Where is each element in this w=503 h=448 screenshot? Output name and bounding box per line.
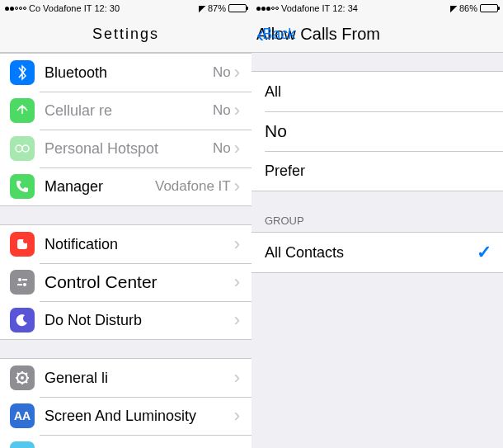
- chevron-right-icon: ›: [234, 64, 240, 82]
- settings-header: Settings: [0, 17, 252, 53]
- row-label: Personal Hotspot: [45, 140, 213, 158]
- group-all-contacts[interactable]: All Contacts ✓: [252, 233, 503, 272]
- bluetooth-icon: [10, 60, 35, 85]
- wallpaper-icon: [10, 441, 35, 448]
- dnd-icon: [10, 308, 35, 332]
- row-label: Cellular re: [45, 102, 213, 120]
- option-all[interactable]: All: [252, 72, 503, 111]
- group-label: All Contacts: [265, 244, 477, 262]
- chevron-right-icon: ›: [234, 445, 240, 448]
- cellular-row[interactable]: Cellular re No ›: [0, 92, 252, 130]
- svg-point-1: [22, 145, 29, 152]
- status-time: 12: 34: [332, 3, 358, 13]
- row-label: Notification: [45, 236, 234, 253]
- wallpaper-row[interactable]: Background ›: [0, 435, 252, 448]
- row-label: Background: [45, 446, 234, 449]
- back-label: Back: [262, 26, 295, 43]
- group-header: GROUP: [252, 191, 503, 232]
- chevron-right-icon: ›: [234, 139, 240, 158]
- option-label: No: [265, 121, 491, 141]
- chevron-right-icon: ›: [234, 177, 240, 196]
- phone-icon: [10, 174, 35, 199]
- checkmark-icon: ✓: [477, 242, 491, 263]
- row-label: General li: [45, 370, 234, 387]
- chevron-right-icon: ›: [234, 101, 240, 120]
- general-icon: [10, 365, 35, 390]
- chevron-right-icon: ›: [234, 369, 240, 387]
- row-value: No: [213, 140, 231, 157]
- svg-point-3: [23, 238, 28, 243]
- general-row[interactable]: General li ›: [0, 359, 252, 397]
- connectivity-section: Bluetooth No › Cellular re No › Personal…: [0, 53, 252, 206]
- svg-point-0: [16, 145, 22, 152]
- svg-point-6: [23, 283, 26, 286]
- chevron-right-icon: ›: [234, 311, 240, 329]
- option-label: Prefer: [265, 163, 491, 180]
- display-icon: AA: [10, 403, 35, 428]
- status-bar: Co Vodafone IT 12: 30 ◤ 87%: [0, 0, 252, 17]
- row-label: Manager: [45, 178, 155, 196]
- general-section: General li › AA Screen And Luminosity › …: [0, 358, 252, 448]
- dnd-row[interactable]: Do Not Disturb ›: [0, 301, 252, 339]
- bluetooth-row[interactable]: Bluetooth No ›: [0, 54, 252, 92]
- alerts-section: Notification › Control Center › Do Not D…: [0, 224, 252, 340]
- battery-percent: 87%: [208, 3, 226, 13]
- options-section: All No Prefer: [252, 71, 503, 191]
- display-row[interactable]: AA Screen And Luminosity ›: [0, 397, 252, 435]
- row-value: No: [213, 102, 231, 119]
- svg-rect-7: [17, 284, 22, 285]
- row-label: Control Center: [45, 272, 234, 292]
- svg-point-9: [21, 376, 24, 380]
- option-no[interactable]: No: [252, 111, 503, 151]
- row-value: No: [213, 64, 231, 81]
- battery-icon: [228, 4, 247, 12]
- settings-screen: Co Vodafone IT 12: 30 ◤ 87% Settings Blu…: [0, 0, 252, 448]
- row-label: Do Not Disturb: [45, 312, 234, 329]
- hotspot-icon: [10, 136, 35, 161]
- svg-rect-5: [22, 279, 27, 281]
- status-bar: Vodafone IT 12: 34 ◤ 86%: [252, 0, 503, 17]
- notifications-row[interactable]: Notification ›: [0, 225, 252, 263]
- battery-percent: 86%: [459, 3, 477, 13]
- option-label: All: [265, 83, 491, 101]
- row-value: Vodafone IT: [155, 178, 231, 195]
- row-label: Screen And Luminosity: [45, 408, 234, 425]
- back-button[interactable]: ‹ Back: [256, 23, 295, 46]
- chevron-right-icon: ›: [234, 273, 240, 291]
- carrier-label: Co Vodafone IT: [29, 3, 92, 13]
- group-section: All Contacts ✓: [252, 232, 503, 273]
- signal-icon: [5, 7, 26, 11]
- carrier-row[interactable]: Manager Vodafone IT ›: [0, 167, 252, 205]
- control-center-row[interactable]: Control Center ›: [0, 263, 252, 301]
- allow-calls-screen: Vodafone IT 12: 34 ◤ 86% ‹ Back Allow Ca…: [252, 0, 503, 448]
- cellular-icon: [10, 98, 35, 123]
- location-icon: ◤: [199, 3, 205, 14]
- svg-point-4: [18, 278, 21, 281]
- chevron-right-icon: ›: [234, 407, 240, 425]
- location-icon: ◤: [450, 3, 457, 14]
- notifications-icon: [10, 232, 35, 257]
- status-time: 12: 30: [94, 3, 120, 13]
- carrier-label: Vodafone IT: [281, 3, 330, 13]
- hotspot-row[interactable]: Personal Hotspot No ›: [0, 130, 252, 167]
- page-title: Settings: [92, 26, 159, 43]
- signal-icon: [256, 7, 279, 11]
- allow-calls-header: ‹ Back Allow Calls From: [252, 17, 503, 53]
- option-prefer[interactable]: Prefer: [252, 151, 503, 191]
- chevron-right-icon: ›: [234, 235, 240, 253]
- row-label: Bluetooth: [45, 64, 213, 82]
- battery-icon: [480, 4, 498, 12]
- control-center-icon: [10, 270, 35, 295]
